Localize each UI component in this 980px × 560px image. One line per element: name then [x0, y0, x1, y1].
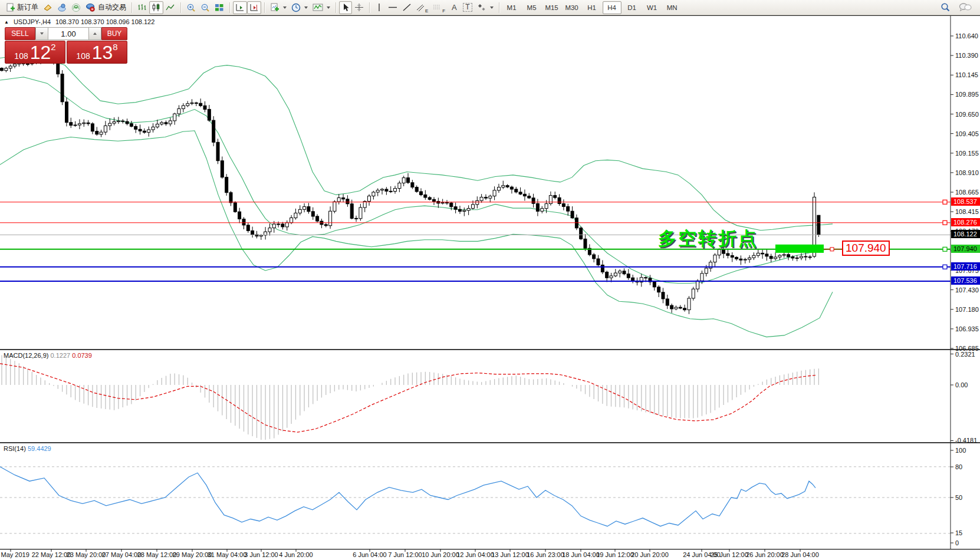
candle-body [701, 274, 703, 281]
timeframe-button-D1[interactable]: D1 [623, 1, 642, 14]
new-order-button[interactable]: 新订单 [4, 1, 41, 14]
timeframe-button-M15[interactable]: M15 [542, 1, 561, 14]
text-label-button[interactable]: T [461, 1, 474, 14]
level-marker[interactable] [943, 200, 947, 204]
candle-body [177, 108, 180, 114]
price-level-label[interactable]: 107.536 [951, 276, 980, 285]
pane-separator[interactable] [0, 442, 980, 443]
channel-button[interactable]: E [414, 1, 430, 14]
horizontal-line-button[interactable] [386, 1, 400, 14]
price-level-label[interactable]: 108.276 [951, 218, 980, 226]
text-button[interactable]: A [448, 1, 461, 14]
time-axis-border [0, 549, 980, 550]
sell-button[interactable]: SELL [5, 27, 35, 40]
candle-body [359, 207, 362, 219]
candle-body [337, 198, 340, 202]
price-level-label[interactable]: 107.716 [951, 262, 980, 271]
tile-windows-button[interactable] [212, 1, 226, 14]
bar-chart-button[interactable] [135, 1, 149, 14]
price-level-label[interactable]: 108.122 [951, 230, 980, 238]
volume-input[interactable] [48, 27, 88, 40]
candle-body [731, 256, 734, 258]
rsi-tick-label: 100 [955, 447, 980, 454]
line-chart-button[interactable] [163, 1, 177, 14]
price-level-label[interactable]: 108.537 [951, 197, 980, 206]
zoom-out-button[interactable] [198, 1, 212, 14]
fibonacci-button[interactable]: F [430, 1, 448, 14]
candle-body [407, 178, 410, 183]
level-marker[interactable] [943, 265, 947, 269]
timeframe-button-M5[interactable]: M5 [522, 1, 541, 14]
candle-body [372, 192, 375, 196]
candle-body [5, 68, 8, 71]
candle-body [316, 216, 319, 221]
collapse-arrow-icon[interactable]: ▲ [4, 19, 9, 25]
cursor-icon [341, 3, 350, 12]
candle-body [368, 196, 371, 202]
timeframe-button-M30[interactable]: M30 [563, 1, 581, 14]
volume-increase-button[interactable] [88, 27, 101, 40]
pane-separator[interactable] [0, 349, 980, 350]
sell-price-pip: 2 [51, 42, 55, 51]
auto-scroll-button[interactable] [233, 1, 247, 14]
timeframe-button-MN[interactable]: MN [663, 1, 682, 14]
main-pane[interactable] [0, 53, 833, 337]
ticket-button[interactable] [41, 1, 55, 14]
chart-window: ▲ USDJPY-,H4 108.370 108.370 108.096 108… [0, 15, 980, 560]
arrows-button[interactable] [475, 1, 496, 14]
sell-price-tile[interactable]: 108 12 2 [5, 41, 65, 64]
candle-body [688, 298, 690, 310]
price-callout-label[interactable]: 107.940 [842, 241, 890, 256]
profiles-button[interactable] [289, 1, 310, 14]
toolbar-separator [264, 2, 265, 13]
indicators-button[interactable] [310, 1, 333, 14]
price-tick-label: 106.935 [955, 325, 980, 332]
candle-body [91, 124, 94, 131]
chart-text-annotation[interactable]: 多空转折点 [658, 226, 758, 251]
vertical-line-button[interactable] [373, 1, 386, 14]
timeframe-button-M1[interactable]: M1 [502, 1, 521, 14]
candlestick-chart-button[interactable] [149, 1, 163, 14]
macd-pane[interactable] [0, 355, 818, 440]
time-axis-label: 23 May 20:00 [67, 551, 106, 558]
candle-body [402, 178, 405, 183]
candle-body [83, 123, 85, 124]
macd-signal-value: 0.0739 [72, 352, 92, 359]
level-marker[interactable] [943, 220, 947, 225]
level-marker[interactable] [943, 247, 947, 251]
price-level-label[interactable]: 107.940 [951, 245, 980, 253]
trendline-button[interactable] [400, 1, 414, 14]
zoom-in-button[interactable] [184, 1, 198, 14]
timeframe-button-H4[interactable]: H4 [603, 1, 621, 14]
autotrade-button[interactable]: 自动交易 [83, 1, 129, 14]
chart-canvas[interactable] [0, 16, 980, 555]
signal-button[interactable] [69, 1, 83, 14]
timeframe-button-W1[interactable]: W1 [643, 1, 662, 14]
time-axis-label: 21 May 2019 [0, 551, 29, 558]
candle-body [385, 189, 388, 191]
indicators-icon [313, 3, 323, 12]
volume-decrease-button[interactable] [35, 27, 48, 40]
candle-body [662, 292, 665, 299]
cursor-button[interactable] [339, 1, 352, 14]
buy-button[interactable]: BUY [101, 27, 127, 40]
search-icon[interactable] [940, 2, 951, 12]
accounts-button[interactable] [55, 1, 69, 14]
chat-icon[interactable] [959, 2, 972, 12]
chart-shift-button[interactable] [247, 1, 261, 14]
macd-tick-label: 0.2321 [955, 351, 980, 358]
support-zone-rectangle[interactable] [775, 245, 824, 253]
candle-body [506, 186, 509, 187]
new-chart-button[interactable] [268, 1, 289, 14]
candle-body [225, 177, 228, 193]
crosshair-button[interactable] [352, 1, 366, 14]
candle-body [398, 183, 401, 189]
timeframe-button-H1[interactable]: H1 [583, 1, 601, 14]
price-tick-label: 109.155 [955, 150, 980, 157]
new-order-icon [6, 3, 15, 12]
candle-body [333, 202, 336, 211]
callout-anchor[interactable] [830, 248, 834, 251]
candle-body [113, 121, 116, 123]
buy-price-tile[interactable]: 108 13 8 [67, 41, 127, 64]
rsi-pane[interactable] [0, 467, 951, 533]
